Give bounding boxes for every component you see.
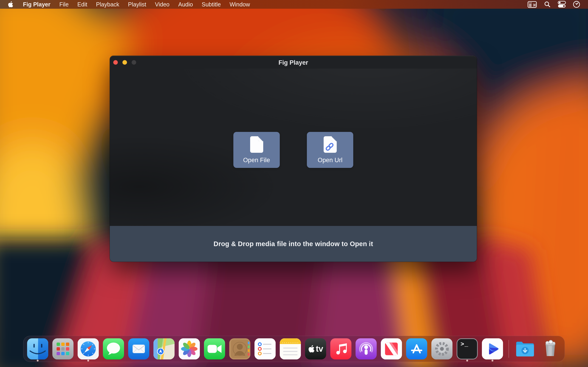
dock-icon-messages[interactable] [103,338,124,359]
spotlight-search-icon[interactable] [544,1,551,8]
open-file-button[interactable]: Open File [233,132,280,168]
menu-edit[interactable]: Edit [73,1,92,8]
menu-subtitle[interactable]: Subtitle [197,1,225,8]
running-indicator [466,360,468,361]
dock-icon-system-settings[interactable] [431,338,452,359]
dock-icon-app-store[interactable] [406,338,427,359]
open-url-label: Open Url [318,157,342,164]
dock-icon-trash[interactable] [540,338,561,359]
running-indicator [492,360,493,361]
menu-app-name[interactable]: Fig Player [18,1,55,8]
dock-icon-terminal[interactable]: >_ [457,338,478,359]
dock-icon-tv[interactable]: tv [305,338,326,359]
dock-icon-fig-player[interactable] [482,338,503,359]
svg-text:⌘: ⌘ [533,3,536,7]
window-bottom-bar: Drog & Drop media file into the window t… [110,226,477,262]
dock-icon-news[interactable] [381,338,402,359]
menu-window[interactable]: Window [225,1,254,8]
open-url-button[interactable]: Open Url [307,132,353,168]
dock-icon-downloads[interactable] [515,338,536,359]
dock-icon-notes[interactable] [280,338,301,359]
running-indicator [37,360,39,361]
dock: tv [23,336,565,362]
dock-icon-podcasts[interactable] [355,338,377,359]
terminal-prompt-glyph: >_ [460,341,468,348]
menu-playlist[interactable]: Playlist [124,1,150,8]
menu-playback[interactable]: Playback [92,1,124,8]
drop-hint-text: Drog & Drop media file into the window t… [214,240,373,248]
document-link-icon [323,136,337,153]
tv-label: tv [316,344,323,354]
dock-icon-photos[interactable] [179,338,200,359]
dock-icon-safari[interactable] [78,338,99,359]
open-file-label: Open File [243,157,270,164]
menu-file[interactable]: File [55,1,73,8]
menu-video[interactable]: Video [151,1,174,8]
window-titlebar[interactable]: Fig Player [110,56,477,69]
window-title: Fig Player [110,56,477,69]
clock-icon[interactable] [573,1,580,8]
keyboard-shortcuts-icon[interactable]: ⌘ [527,1,537,8]
dock-icon-music[interactable] [330,338,351,359]
menu-audio[interactable]: Audio [174,1,197,8]
dock-icon-reminders[interactable] [254,338,276,359]
document-icon [250,136,263,153]
dock-icon-maps[interactable] [153,338,174,359]
dock-icon-finder[interactable] [27,338,48,359]
dock-divider [509,340,509,358]
dock-icon-contacts[interactable] [229,338,250,359]
fig-player-window: Fig Player Open File [110,56,477,262]
apple-menu-icon[interactable] [0,1,18,8]
menu-bar: Fig Player File Edit Playback Playlist V… [0,0,588,9]
dock-icon-mail[interactable] [128,338,149,359]
dock-icon-launchpad[interactable] [52,338,73,359]
running-indicator [87,360,89,361]
control-center-icon[interactable] [558,1,566,8]
dock-icon-facetime[interactable] [204,338,225,359]
drop-zone[interactable]: Open File Open Url [110,69,477,226]
